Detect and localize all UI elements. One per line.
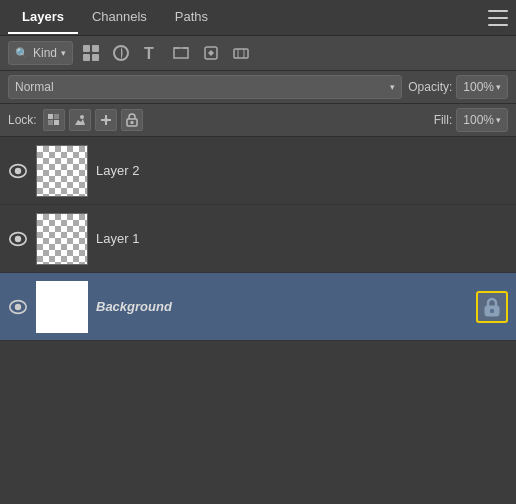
blend-mode-row: Normal ▾ Opacity: 100% ▾: [0, 71, 516, 104]
svg-rect-16: [54, 120, 59, 125]
svg-rect-13: [48, 114, 53, 119]
visibility-icon-background[interactable]: [8, 297, 28, 317]
fill-group: Fill: 100% ▾: [434, 108, 508, 132]
lock-badge-background: [476, 291, 508, 323]
svg-rect-1: [92, 45, 99, 52]
fill-label: Fill:: [434, 113, 453, 127]
layer-name-layer1: Layer 1: [96, 231, 508, 246]
opacity-value-text: 100%: [463, 80, 494, 94]
kind-label: Kind: [33, 46, 57, 60]
filter-smart-icon[interactable]: [199, 41, 223, 65]
thumbnail-background: [36, 281, 88, 333]
layer-name-background: Background: [96, 299, 468, 314]
svg-point-17: [80, 115, 84, 119]
opacity-input[interactable]: 100% ▾: [456, 75, 508, 99]
layer-item-layer2[interactable]: Layer 2: [0, 137, 516, 205]
layer-item-layer1[interactable]: Layer 1: [0, 205, 516, 273]
layer-name-layer2: Layer 2: [96, 163, 508, 178]
opacity-label: Opacity:: [408, 80, 452, 94]
opacity-arrow-icon: ▾: [496, 82, 501, 92]
svg-point-24: [15, 167, 21, 173]
lock-transparent-icon[interactable]: [43, 109, 65, 131]
svg-rect-0: [83, 45, 90, 52]
opacity-group: Opacity: 100% ▾: [408, 75, 508, 99]
tab-channels[interactable]: Channels: [78, 1, 161, 34]
visibility-icon-layer1[interactable]: [8, 229, 28, 249]
svg-point-20: [104, 118, 108, 122]
lock-label: Lock:: [8, 113, 37, 127]
tab-bar: Layers Channels Paths: [0, 0, 516, 36]
filter-color-icon[interactable]: [229, 41, 253, 65]
blend-mode-label: Normal: [15, 80, 54, 94]
svg-rect-10: [234, 49, 248, 58]
fill-value-text: 100%: [463, 113, 494, 127]
lock-position-icon[interactable]: [95, 109, 117, 131]
lock-row: Lock:: [0, 104, 516, 137]
kind-filter-dropdown[interactable]: 🔍 Kind ▾: [8, 41, 73, 65]
panel-menu-icon[interactable]: [488, 10, 508, 26]
filter-adjustment-icon[interactable]: [109, 41, 133, 65]
thumbnail-layer2: [36, 145, 88, 197]
svg-point-28: [15, 303, 21, 309]
svg-text:T: T: [144, 45, 154, 62]
kind-arrow-icon: ▾: [61, 48, 66, 58]
fill-input[interactable]: 100% ▾: [456, 108, 508, 132]
svg-rect-15: [48, 120, 53, 125]
layer-item-background[interactable]: Background: [0, 273, 516, 341]
svg-rect-3: [92, 54, 99, 61]
svg-rect-30: [490, 309, 494, 313]
tab-paths[interactable]: Paths: [161, 1, 222, 34]
filter-toolbar: 🔍 Kind ▾ T: [0, 36, 516, 71]
svg-rect-14: [54, 114, 59, 119]
svg-rect-6: [174, 48, 188, 58]
layer-list: Layer 2 Layer 1 Background: [0, 137, 516, 504]
lock-all-icon[interactable]: [121, 109, 143, 131]
thumbnail-layer1: [36, 213, 88, 265]
svg-rect-22: [130, 121, 133, 124]
search-icon: 🔍: [15, 47, 29, 60]
visibility-icon-layer2[interactable]: [8, 161, 28, 181]
svg-point-26: [15, 235, 21, 241]
lock-image-icon[interactable]: [69, 109, 91, 131]
layers-panel: Layers Channels Paths 🔍 Kind ▾: [0, 0, 516, 504]
filter-shape-icon[interactable]: [169, 41, 193, 65]
filter-type-icon[interactable]: T: [139, 41, 163, 65]
svg-rect-2: [83, 54, 90, 61]
lock-icons-group: [43, 109, 143, 131]
filter-pixel-icon[interactable]: [79, 41, 103, 65]
fill-arrow-icon: ▾: [496, 115, 501, 125]
blend-mode-arrow-icon: ▾: [390, 82, 395, 92]
blend-mode-dropdown[interactable]: Normal ▾: [8, 75, 402, 99]
tab-layers[interactable]: Layers: [8, 1, 78, 34]
